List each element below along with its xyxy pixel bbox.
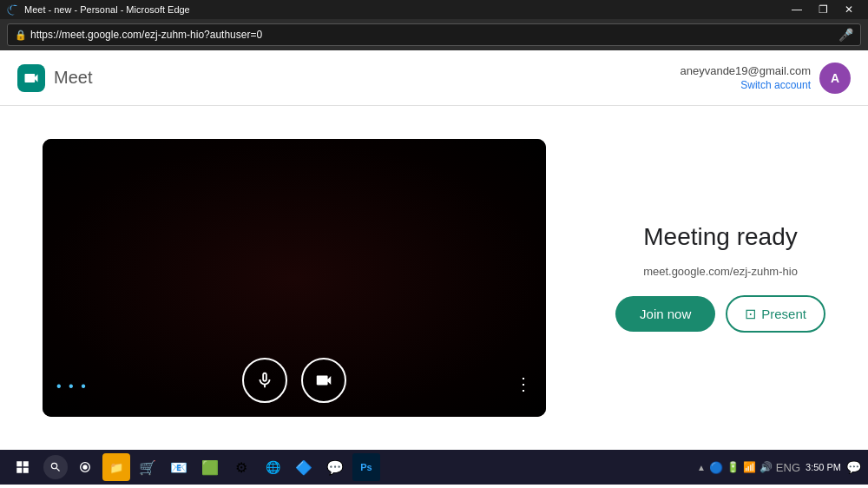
present-icon: ⊡ xyxy=(745,306,756,322)
taskbar-app-chrome[interactable]: 🌐 xyxy=(259,453,286,481)
cortana-icon xyxy=(78,460,92,474)
bluetooth-icon: 🔵 xyxy=(709,461,723,474)
action-buttons: Join now ⊡ Present xyxy=(615,295,825,333)
meet-logo-text: Meet xyxy=(54,68,92,88)
svg-point-1 xyxy=(82,465,87,469)
taskbar-clock[interactable]: 3:50 PM xyxy=(806,462,841,472)
title-bar-controls[interactable]: — ❐ ✕ xyxy=(785,0,861,19)
account-row: aneyvande19@gmail.com Switch account A xyxy=(680,63,851,94)
windows-icon xyxy=(15,459,30,475)
taskbar-app-teams[interactable]: 💬 xyxy=(321,453,349,481)
taskbar-right: ▲ 🔵 🔋 📶 🔊 ENG 3:50 PM 💬 xyxy=(697,460,861,474)
meeting-url: meet.google.com/ezj-zuhm-hio xyxy=(643,265,798,278)
volume-icon[interactable]: 🔊 xyxy=(760,461,773,473)
meet-logo: Meet xyxy=(17,64,92,92)
title-bar-left: Meet - new - Personal - Microsoft Edge xyxy=(7,3,190,16)
more-options-btn[interactable]: ⋮ xyxy=(515,373,532,394)
taskbar-app-explorer[interactable]: 📁 xyxy=(102,453,130,481)
meeting-ready-title: Meeting ready xyxy=(643,223,797,251)
video-preview: • • • ⋮ xyxy=(43,139,546,417)
minimize-btn[interactable]: — xyxy=(785,0,809,19)
url-input[interactable]: 🔒 https://meet.google.com/ezj-zuhm-hio?a… xyxy=(7,23,861,46)
present-button[interactable]: ⊡ Present xyxy=(726,295,825,333)
mic-toggle-btn[interactable] xyxy=(242,358,287,403)
edge-icon xyxy=(7,3,19,16)
notification-icon[interactable]: 💬 xyxy=(846,460,861,474)
account-email: aneyvande19@gmail.com xyxy=(680,64,811,77)
title-bar: Meet - new - Personal - Microsoft Edge —… xyxy=(0,0,868,19)
language-indicator: ENG xyxy=(776,461,800,474)
taskbar-system-icons: ▲ 🔵 🔋 📶 🔊 ENG xyxy=(697,461,800,474)
camera-icon xyxy=(314,371,333,390)
browser-title: Meet - new - Personal - Microsoft Edge xyxy=(24,4,190,15)
taskbar-app-mail[interactable]: 📧 xyxy=(165,453,193,481)
account-section: aneyvande19@gmail.com Switch account xyxy=(680,64,811,91)
address-bar: 🔒 https://meet.google.com/ezj-zuhm-hio?a… xyxy=(0,19,868,50)
video-controls xyxy=(43,358,546,403)
taskbar-app-excel[interactable]: 🟩 xyxy=(196,453,224,481)
present-label: Present xyxy=(761,307,806,321)
network-icon: 📶 xyxy=(743,461,756,473)
main-content: Meet aneyvande19@gmail.com Switch accoun… xyxy=(0,50,868,450)
clock-time: 3:50 PM xyxy=(806,462,841,472)
search-button[interactable] xyxy=(43,455,68,479)
meet-logo-icon xyxy=(17,64,45,92)
content-body: • • • ⋮ Meeting ready meet.google.com/ez… xyxy=(0,106,868,450)
camera-toggle-btn[interactable] xyxy=(301,358,346,403)
microphone-icon[interactable]: 🎤 xyxy=(838,28,853,42)
taskbar-apps: 📁 🛒 📧 🟩 ⚙ 🌐 🔷 💬 Ps xyxy=(102,453,380,481)
join-now-button[interactable]: Join now xyxy=(615,296,715,332)
mic-icon xyxy=(255,371,274,390)
close-btn[interactable]: ✕ xyxy=(837,0,861,19)
top-bar: Meet aneyvande19@gmail.com Switch accoun… xyxy=(0,50,868,106)
up-arrow-icon[interactable]: ▲ xyxy=(697,463,706,472)
lock-icon: 🔒 xyxy=(15,30,27,41)
battery-icon: 🔋 xyxy=(727,461,740,473)
meet-icon-svg xyxy=(23,69,40,87)
taskbar-app-edge[interactable]: 🔷 xyxy=(290,453,318,481)
avatar: A xyxy=(819,63,851,94)
taskbar-left: 📁 🛒 📧 🟩 ⚙ 🌐 🔷 💬 Ps xyxy=(7,452,380,483)
taskbar-app-photoshop[interactable]: Ps xyxy=(352,453,380,481)
start-button[interactable] xyxy=(7,452,38,483)
search-icon xyxy=(49,461,62,473)
url-text: https://meet.google.com/ezj-zuhm-hio?aut… xyxy=(30,29,262,41)
restore-btn[interactable]: ❐ xyxy=(811,0,835,19)
switch-account-link[interactable]: Switch account xyxy=(740,79,811,91)
cortana-button[interactable] xyxy=(73,455,97,479)
right-panel: Meeting ready meet.google.com/ezj-zuhm-h… xyxy=(615,223,825,333)
taskbar-app-store[interactable]: 🛒 xyxy=(134,453,161,481)
taskbar-app-settings[interactable]: ⚙ xyxy=(227,453,255,481)
taskbar: 📁 🛒 📧 🟩 ⚙ 🌐 🔷 💬 Ps ▲ 🔵 🔋 📶 🔊 ENG 3:50 PM… xyxy=(0,450,868,485)
